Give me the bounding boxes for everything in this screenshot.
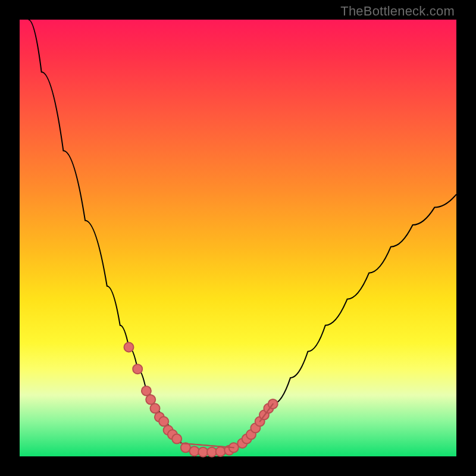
data-point: [146, 395, 155, 405]
data-point: [216, 447, 226, 456]
data-point: [151, 403, 160, 413]
data-point: [198, 447, 208, 457]
attribution-label: TheBottleneck.com: [340, 4, 455, 19]
chart-overlay: [20, 20, 456, 456]
data-point: [124, 343, 134, 352]
data-markers: [124, 343, 278, 457]
data-point: [142, 386, 151, 396]
chart-frame: TheBottleneck.com: [0, 0, 476, 476]
data-point: [133, 364, 142, 374]
data-point: [190, 446, 199, 456]
bottleneck-curve: [29, 20, 456, 452]
data-point: [207, 447, 217, 457]
data-point: [159, 416, 168, 426]
data-point: [172, 434, 181, 444]
